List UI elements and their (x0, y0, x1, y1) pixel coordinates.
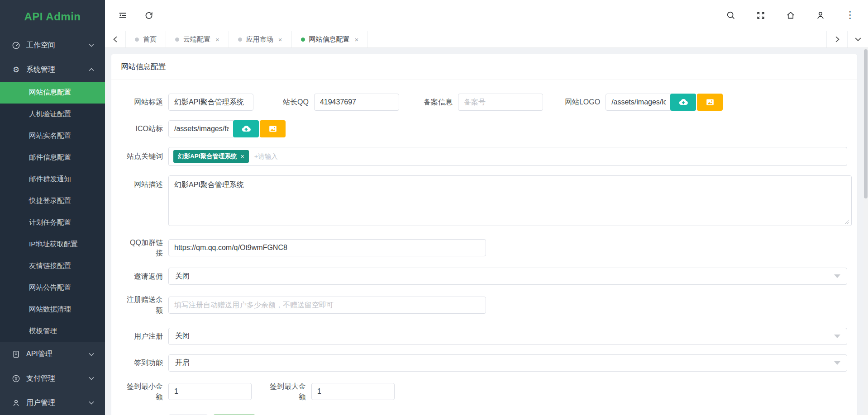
search-icon[interactable] (726, 10, 736, 20)
sidebar-subitem-links[interactable]: 友情链接配置 (0, 255, 105, 277)
sidebar-item-label: 用户管理 (26, 398, 89, 408)
resize-handle[interactable] (845, 220, 849, 224)
scrollbar-thumb[interactable] (864, 49, 868, 198)
cloud-upload-icon (678, 97, 688, 107)
logo-preview-button[interactable] (697, 94, 723, 111)
site-description-textarea[interactable]: 幻影API聚合管理系统 (168, 175, 852, 226)
tabs-scroll-left-button[interactable] (105, 31, 126, 47)
tab-bar: 首页 云端配置 × 应用市场 × 网站信息配置 × (105, 31, 868, 48)
subitem-label: 网站信息配置 (29, 88, 71, 97)
more-vertical-icon[interactable]: ⋮ (845, 10, 855, 20)
field-label: ICO站标 (126, 123, 163, 134)
dashboard-icon (12, 41, 20, 50)
subitem-label: 网站公告配置 (29, 283, 71, 292)
ico-upload-button[interactable] (233, 120, 259, 137)
sidebar-subitem-cleanup[interactable]: 网站数据清理 (0, 299, 105, 321)
user-icon[interactable] (816, 10, 825, 20)
webmaster-qq-input[interactable] (314, 94, 399, 111)
logo-upload-button[interactable] (670, 94, 696, 111)
tab-home[interactable]: 首页 (126, 31, 166, 47)
tab-cloud-config[interactable]: 云端配置 × (166, 31, 229, 47)
image-icon (705, 97, 715, 107)
register-bonus-input[interactable] (168, 297, 486, 314)
tabs-scroll-right-button[interactable] (826, 31, 847, 47)
tab-label: 应用市场 (246, 35, 273, 44)
sidebar-item-label: 系统管理 (26, 65, 89, 75)
subitem-label: IP地址获取配置 (29, 240, 78, 249)
tab-status-dot (175, 38, 179, 42)
keyword-tag-label: 幻影API聚合管理系统 (178, 152, 237, 160)
topbar: ⋮ (105, 0, 868, 31)
chevron-down-icon (89, 353, 94, 356)
field-label: 用户注册 (126, 331, 163, 341)
sidebar-item-label: 工作空间 (26, 41, 89, 50)
field-label: 签到最大金额 (266, 381, 306, 402)
field-label: 备案信息 (424, 98, 453, 107)
keywords-input[interactable]: 幻影API聚合管理系统 × +请输入 (168, 147, 847, 166)
checkin-min-input[interactable] (168, 383, 252, 400)
tab-label: 云端配置 (183, 35, 210, 44)
user-register-select[interactable]: 关闭 (168, 328, 847, 345)
refresh-icon[interactable] (144, 10, 154, 20)
tab-label: 网站信息配置 (309, 35, 350, 44)
cloud-upload-icon (241, 124, 251, 134)
subitem-label: 网站实名配置 (29, 131, 71, 141)
tab-app-market[interactable]: 应用市场 × (229, 31, 292, 47)
home-icon[interactable] (786, 10, 796, 20)
sidebar-subitem-captcha[interactable]: 人机验证配置 (0, 104, 105, 125)
sidebar-item-workspace[interactable]: 工作空间 (0, 33, 105, 57)
subitem-label: 邮件信息配置 (29, 153, 71, 162)
site-info-form: 网站标题 站长QQ 备案信息 网站LOGO (111, 80, 857, 415)
caret-down-icon (834, 361, 840, 365)
icp-input[interactable] (458, 94, 543, 111)
subitem-label: 人机验证配置 (29, 109, 71, 119)
sidebar-subitem-quick-login[interactable]: 快捷登录配置 (0, 190, 105, 212)
sidebar-subitem-ip[interactable]: IP地址获取配置 (0, 234, 105, 255)
sidebar-subitem-cron[interactable]: 计划任务配置 (0, 212, 105, 234)
field-label: 注册赠送余额 (126, 294, 163, 315)
subitem-label: 模板管理 (29, 326, 57, 336)
menu-fold-icon[interactable] (118, 10, 128, 20)
sidebar-subitem-mail-notify[interactable]: 邮件群发通知 (0, 169, 105, 190)
sidebar-item-payment[interactable]: 支付管理 (0, 367, 105, 391)
ico-input[interactable] (168, 120, 234, 137)
invite-rebate-select[interactable]: 关闭 (168, 268, 847, 285)
sidebar-item-label: API管理 (26, 349, 89, 359)
subitem-label: 计划任务配置 (29, 218, 71, 227)
select-value: 关闭 (175, 331, 190, 341)
site-logo-input[interactable] (606, 94, 672, 111)
subitem-label: 网站数据清理 (29, 305, 71, 314)
tag-close-icon[interactable]: × (241, 153, 244, 160)
app-title: API Admin (0, 0, 105, 33)
tab-close-icon[interactable]: × (215, 36, 219, 43)
checkin-select[interactable]: 开启 (168, 354, 847, 372)
sidebar-subitem-template[interactable]: 模板管理 (0, 321, 105, 342)
sidebar-subitem-announce[interactable]: 网站公告配置 (0, 277, 105, 299)
gear-icon: ⚙ (12, 66, 20, 74)
tabs-menu-button[interactable] (847, 31, 868, 47)
sidebar-item-users[interactable]: 用户管理 (0, 391, 105, 415)
sidebar-subitem-realname[interactable]: 网站实名配置 (0, 125, 105, 147)
field-label: 站长QQ (283, 98, 309, 107)
sidebar-item-api[interactable]: API管理 (0, 342, 105, 367)
chevron-down-icon (89, 377, 94, 380)
tab-site-info-config[interactable]: 网站信息配置 × (292, 31, 368, 47)
select-value: 开启 (175, 358, 190, 368)
tab-close-icon[interactable]: × (355, 36, 359, 43)
subitem-label: 快捷登录配置 (29, 196, 71, 206)
site-title-input[interactable] (168, 94, 253, 111)
sidebar-item-system[interactable]: ⚙ 系统管理 (0, 57, 105, 82)
subitem-label: 友情链接配置 (29, 261, 71, 271)
keyword-tag[interactable]: 幻影API聚合管理系统 × (173, 150, 249, 163)
sidebar-subitem-site-info[interactable]: 网站信息配置 (0, 82, 105, 104)
tab-close-icon[interactable]: × (278, 36, 282, 43)
content-area: 网站信息配置 网站标题 站长QQ 备案信息 (105, 48, 868, 415)
ico-preview-button[interactable] (260, 120, 286, 137)
field-label: 签到功能 (126, 358, 163, 368)
checkin-max-input[interactable] (311, 383, 395, 400)
fullscreen-icon[interactable] (756, 10, 766, 20)
sidebar-subitem-mail-info[interactable]: 邮件信息配置 (0, 147, 105, 169)
keywords-placeholder: +请输入 (254, 152, 278, 161)
yen-circle-icon (12, 374, 20, 383)
qq-group-link-input[interactable] (168, 239, 486, 256)
